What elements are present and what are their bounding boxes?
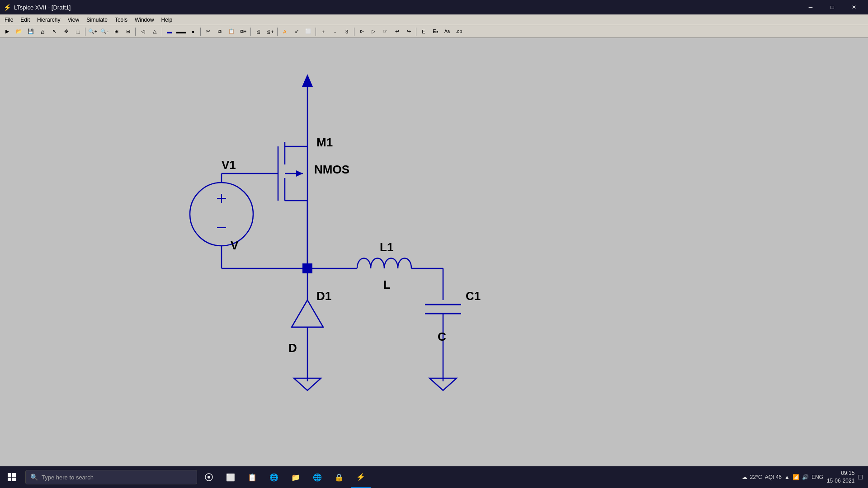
- svg-point-16: [190, 183, 253, 246]
- svg-text:V: V: [231, 239, 239, 252]
- tb-zoom-in[interactable]: 🔍+: [87, 27, 98, 37]
- tb-paste[interactable]: 📋: [226, 27, 237, 37]
- svg-rect-47: [12, 478, 16, 481]
- tb-e2[interactable]: E₃: [430, 27, 441, 37]
- menu-tools[interactable]: Tools: [111, 15, 131, 25]
- tb-add[interactable]: +: [318, 27, 329, 37]
- taskbar-security[interactable]: 🔒: [329, 466, 349, 488]
- menu-bar: File Edit Hierarchy View Simulate Tools …: [0, 14, 868, 25]
- taskbar-sys-icons: ☁ 22°C AQI 46 ▲ 📶 🔊 ENG: [742, 474, 823, 480]
- taskbar-ltspice[interactable]: ⚡: [351, 466, 371, 488]
- tb-d2[interactable]: ▷: [368, 27, 379, 37]
- tb-wire[interactable]: ▬: [164, 27, 175, 37]
- menu-file[interactable]: File: [1, 15, 17, 25]
- tb-copy[interactable]: ⧉: [214, 27, 225, 37]
- tb-drag[interactable]: ⬚: [72, 27, 83, 37]
- tb-cut[interactable]: ✂: [203, 27, 213, 37]
- sep6: [277, 28, 278, 36]
- minimize-button[interactable]: ─: [800, 0, 821, 14]
- weather-temp: 22°C: [750, 474, 762, 480]
- search-bar[interactable]: 🔍 Type here to search: [25, 470, 197, 484]
- svg-text:D1: D1: [316, 289, 331, 303]
- network-icon: ▲: [784, 474, 790, 480]
- tb-undo[interactable]: ↩: [392, 27, 402, 37]
- svg-text:D: D: [288, 341, 297, 355]
- volume-icon: 🔊: [802, 474, 809, 480]
- tb-run[interactable]: ▶: [2, 27, 13, 37]
- taskbar-widgets[interactable]: ⬜: [221, 466, 241, 488]
- start-button[interactable]: [0, 466, 24, 488]
- tb-dupe[interactable]: ⧉+: [238, 27, 249, 37]
- menu-hierarchy[interactable]: Hierarchy: [33, 15, 64, 25]
- window-title: LTspice XVII - [Draft1]: [14, 4, 71, 11]
- tb-zoom-out[interactable]: 🔍-: [99, 27, 110, 37]
- taskbar-explorer[interactable]: 📁: [286, 466, 306, 488]
- tb-print[interactable]: 🖨: [37, 27, 48, 37]
- svg-rect-44: [8, 473, 11, 477]
- clock[interactable]: 09:15 15-06-2021: [827, 469, 854, 485]
- tb-aa[interactable]: Aa: [442, 27, 453, 37]
- notification-button[interactable]: □: [858, 473, 863, 481]
- menu-simulate[interactable]: Simulate: [83, 15, 111, 25]
- language: ENG: [811, 474, 823, 480]
- svg-marker-31: [292, 300, 323, 327]
- tb-minus[interactable]: -: [330, 27, 340, 37]
- svg-marker-8: [296, 170, 303, 177]
- svg-marker-1: [302, 74, 313, 87]
- svg-rect-46: [8, 478, 11, 481]
- tb-cursor[interactable]: ↖: [49, 27, 60, 37]
- title-left: ⚡ LTspice XVII - [Draft1]: [4, 4, 71, 11]
- svg-text:M1: M1: [316, 136, 333, 149]
- tb-hand[interactable]: ☞: [380, 27, 391, 37]
- tb-open[interactable]: 📂: [14, 27, 24, 37]
- svg-text:L1: L1: [380, 240, 393, 254]
- taskbar-task-view[interactable]: [199, 466, 219, 488]
- tb-junc[interactable]: ●: [188, 27, 198, 37]
- wifi-icon: 📶: [793, 474, 799, 480]
- menu-window[interactable]: Window: [131, 15, 158, 25]
- restore-button[interactable]: □: [822, 0, 843, 14]
- tb-bus[interactable]: ▬▬: [176, 27, 187, 37]
- toolbar: ▶ 📂 💾 🖨 ↖ ✥ ⬚ 🔍+ 🔍- ⊞ ⊟ ◁ △ ▬ ▬▬ ● ✂ ⧉ 📋…: [0, 25, 868, 38]
- taskbar-edge[interactable]: 🌐: [264, 466, 284, 488]
- sep7: [316, 28, 316, 36]
- svg-text:C: C: [438, 330, 446, 343]
- taskbar-sticky[interactable]: 📋: [242, 466, 262, 488]
- tb-hier-up[interactable]: △: [149, 27, 160, 37]
- tb-zoom-fit[interactable]: ⊞: [111, 27, 122, 37]
- tb-op[interactable]: .op: [453, 27, 464, 37]
- title-bar: ⚡ LTspice XVII - [Draft1] ─ □ ✕: [0, 0, 868, 14]
- schematic-canvas[interactable]: M1 NMOS V1 V L1 L: [0, 38, 868, 452]
- weather-icon: ☁: [742, 474, 747, 480]
- tb-hier-back[interactable]: ◁: [137, 27, 148, 37]
- tb-redo[interactable]: ↪: [403, 27, 414, 37]
- tb-3[interactable]: 3: [341, 27, 352, 37]
- menu-view[interactable]: View: [64, 15, 83, 25]
- tb-label[interactable]: ⬜: [303, 27, 314, 37]
- close-button[interactable]: ✕: [844, 0, 864, 14]
- search-icon: 🔍: [30, 474, 38, 481]
- tb-print2[interactable]: 🖨: [253, 27, 264, 37]
- tb-save[interactable]: 💾: [25, 27, 36, 37]
- svg-text:L: L: [383, 278, 391, 291]
- tb-arrow[interactable]: ↙: [291, 27, 302, 37]
- taskbar: 🔍 Type here to search ⬜ 📋 🌐 📁 🌐 🔒 ⚡ ☁ 22…: [0, 466, 868, 488]
- sep2: [135, 28, 136, 36]
- tb-print3[interactable]: 🖨+: [264, 27, 275, 37]
- app-icon: ⚡: [4, 4, 11, 11]
- tb-move[interactable]: ✥: [61, 27, 71, 37]
- clock-date: 15-06-2021: [827, 477, 854, 485]
- tb-zoom-sel[interactable]: ⊟: [123, 27, 133, 37]
- svg-text:V1: V1: [222, 158, 236, 172]
- tb-diode[interactable]: ⊳: [356, 27, 367, 37]
- tb-net[interactable]: A: [279, 27, 290, 37]
- tb-e1[interactable]: E: [418, 27, 429, 37]
- sep1: [85, 28, 85, 36]
- taskbar-chrome[interactable]: 🌐: [307, 466, 327, 488]
- clock-time: 09:15: [827, 469, 854, 477]
- sep5: [250, 28, 251, 36]
- svg-text:C1: C1: [466, 289, 481, 303]
- menu-help[interactable]: Help: [158, 15, 176, 25]
- sep8: [354, 28, 354, 36]
- menu-edit[interactable]: Edit: [17, 15, 33, 25]
